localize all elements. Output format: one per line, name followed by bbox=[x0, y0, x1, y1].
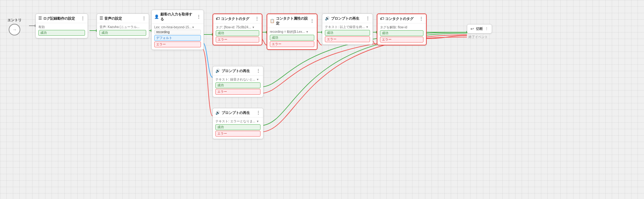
prompt1-dropdown: ▼ bbox=[366, 25, 369, 29]
disconnect-menu-icon[interactable]: ⋮ bbox=[485, 27, 488, 31]
prompt3-header: 🔊 プロンプトの再生 ⋮ bbox=[213, 108, 263, 118]
prompt2-header: 🔊 プロンプトの再生 ⋮ bbox=[213, 66, 263, 76]
disconnect-label: 切断 bbox=[476, 26, 483, 31]
input-node-header: 👤 顧客の入力を取得する ⋮ bbox=[152, 10, 204, 24]
prompt3-icon: 🔊 bbox=[215, 110, 220, 115]
tag2-error-port: エラー bbox=[380, 37, 423, 43]
contact-tag2-body: タグを解除: flow-id 成功 エラー bbox=[377, 24, 426, 45]
attr-error-port: エラー bbox=[270, 41, 314, 47]
end-event-label: 終了イベント bbox=[469, 35, 488, 39]
prompt2-error-label: エラー bbox=[215, 89, 260, 95]
tag2-sublabel: タグを解除: flow-id bbox=[380, 25, 423, 30]
prompt3-node: 🔊 プロンプトの再生 ⋮ テキスト: エラーとなりま... ▼ 成功 エラー bbox=[213, 108, 263, 139]
prompt1-node: 🔊 プロンプトの再生 ⋮ テキスト: 以上で録音を終... ▼ 成功 エラー bbox=[322, 14, 373, 45]
log-node: ☰ ログ記録動作の設定 ⋮ 有効 成功 bbox=[35, 14, 88, 38]
tag1-icon: 🏷 bbox=[216, 16, 220, 21]
prompt2-title: プロンプトの再生 bbox=[222, 69, 255, 73]
prompt2-sublabel: テキスト: 録音されないと... ▼ bbox=[215, 77, 260, 82]
log-node-body: 有効 成功 bbox=[36, 23, 88, 38]
attr-sub-text: recording = 動的[$.Lex... bbox=[270, 30, 305, 33]
prompt2-success-label: 成功 bbox=[215, 82, 260, 88]
prompt3-error-port: エラー bbox=[215, 131, 260, 137]
input-recording-label: recording bbox=[154, 30, 201, 34]
prompt2-sub-text: テキスト: 録音されないと... bbox=[215, 78, 255, 81]
input-default-port: デフォルト bbox=[154, 35, 201, 41]
input-node-body: Lex: cm-hirai-beyond-15...▼ recording デフ… bbox=[152, 24, 204, 50]
log-node-header: ☰ ログ記録動作の設定 ⋮ bbox=[36, 14, 88, 23]
input-menu-icon[interactable]: ⋮ bbox=[196, 14, 201, 19]
tag1-sub-text: タグ: [flow-id: 75c8b24... bbox=[216, 25, 251, 29]
contact-tag1-node: 🏷 コンタクトのタグ ⋮ タグ: [flow-id: 75c8b24... ▼ … bbox=[213, 14, 262, 45]
prompt3-dropdown: ▼ bbox=[256, 120, 259, 123]
contact-attr-header: 📋 コンタクト属性の設定 ⋮ bbox=[267, 14, 317, 28]
flow-canvas: エントリ → ☰ ログ記録動作の設定 ⋮ 有効 成功 ☰ 音声の設定 ⋮ 音声:… bbox=[0, 0, 644, 199]
input-error-port: エラー bbox=[154, 42, 201, 47]
log-node-title: ログ記録動作の設定 bbox=[43, 16, 79, 21]
prompt1-title: プロンプトの再生 bbox=[331, 16, 364, 21]
log-icon: ☰ bbox=[38, 16, 42, 21]
tag2-error-label: エラー bbox=[380, 37, 423, 43]
input-sublabel: Lex: cm-hirai-beyond-15...▼ bbox=[154, 25, 201, 29]
tag2-success-port: 成功 bbox=[380, 30, 423, 36]
attr-sublabel: recording = 動的[$.Lex... ▼ bbox=[270, 30, 314, 34]
prompt2-dropdown: ▼ bbox=[256, 78, 259, 81]
input-node-title: 顧客の入力を取得する bbox=[160, 12, 195, 22]
contact-tag2-node: 🏷 コンタクトのタグ ⋮ タグを解除: flow-id 成功 エラー bbox=[377, 14, 427, 45]
input-error-label: エラー bbox=[154, 42, 201, 47]
tag1-menu-icon[interactable]: ⋮ bbox=[255, 16, 259, 21]
prompt3-body: テキスト: エラーとなりま... ▼ 成功 エラー bbox=[213, 118, 263, 139]
contact-attr-body: recording = 動的[$.Lex... ▼ 成功 エラー bbox=[267, 28, 317, 49]
disconnect-icon: ↩ bbox=[470, 26, 474, 31]
prompt3-success-label: 成功 bbox=[215, 124, 260, 130]
voice-node: ☰ 音声の設定 ⋮ 音声: Kazuha (ニューラル... 成功 bbox=[97, 14, 149, 38]
voice-node-title: 音声の設定 bbox=[104, 16, 140, 21]
tag1-dropdown: ▼ bbox=[252, 26, 255, 29]
tag1-success-label: 成功 bbox=[216, 30, 259, 36]
log-success-port: 成功 bbox=[38, 30, 85, 36]
prompt3-success-port: 成功 bbox=[215, 124, 260, 130]
attr-success-port: 成功 bbox=[270, 35, 314, 41]
tag1-success-port: 成功 bbox=[216, 30, 259, 36]
prompt2-icon: 🔊 bbox=[215, 69, 220, 73]
prompt1-error-label: エラー bbox=[325, 36, 370, 42]
prompt2-body: テキスト: 録音されないと... ▼ 成功 エラー bbox=[213, 76, 263, 97]
log-menu-icon[interactable]: ⋮ bbox=[80, 16, 85, 21]
prompt1-sublabel: テキスト: 以上で録音を終... ▼ bbox=[325, 25, 370, 29]
tag2-menu-icon[interactable]: ⋮ bbox=[419, 16, 423, 21]
voice-sublabel: 音声: Kazuha (ニューラル... bbox=[99, 25, 146, 29]
prompt3-sub-text: テキスト: エラーとなりま... bbox=[215, 119, 255, 123]
voice-success-port: 成功 bbox=[99, 30, 146, 36]
prompt2-node: 🔊 プロンプトの再生 ⋮ テキスト: 録音されないと... ▼ 成功 エラー bbox=[213, 66, 263, 97]
prompt1-header: 🔊 プロンプトの再生 ⋮ bbox=[322, 14, 373, 23]
entry-node: エントリ → bbox=[3, 18, 26, 35]
disconnect-node: ↩ 切断 ⋮ bbox=[467, 24, 492, 33]
contact-attr-node: 📋 コンタクト属性の設定 ⋮ recording = 動的[$.Lex... ▼… bbox=[267, 14, 317, 50]
tag1-sublabel: タグ: [flow-id: 75c8b24... ▼ bbox=[216, 25, 259, 30]
attr-dropdown: ▼ bbox=[306, 30, 308, 33]
attr-error-label: エラー bbox=[270, 41, 314, 47]
voice-icon: ☰ bbox=[99, 16, 103, 21]
prompt2-menu-icon[interactable]: ⋮ bbox=[256, 68, 260, 73]
contact-attr-title: コンタクト属性の設定 bbox=[276, 16, 308, 26]
input-default-label: デフォルト bbox=[154, 35, 201, 41]
prompt1-menu-icon[interactable]: ⋮ bbox=[365, 16, 370, 21]
prompt3-title: プロンプトの再生 bbox=[222, 110, 255, 115]
contact-tag1-body: タグ: [flow-id: 75c8b24... ▼ 成功 エラー bbox=[213, 24, 262, 45]
prompt1-body: テキスト: 以上で録音を終... ▼ 成功 エラー bbox=[322, 23, 373, 44]
voice-node-header: ☰ 音声の設定 ⋮ bbox=[97, 14, 149, 23]
attr-icon: 📋 bbox=[270, 19, 275, 23]
prompt1-icon: 🔊 bbox=[325, 16, 330, 21]
contact-tag2-title: コンタクトのタグ bbox=[385, 16, 418, 21]
log-sublabel: 有効 bbox=[38, 25, 85, 29]
tag1-error-label: エラー bbox=[216, 37, 259, 43]
voice-node-body: 音声: Kazuha (ニューラル... 成功 bbox=[97, 23, 149, 38]
voice-success-label: 成功 bbox=[99, 30, 146, 36]
input-node: 👤 顧客の入力を取得する ⋮ Lex: cm-hirai-beyond-15..… bbox=[151, 10, 204, 50]
attr-menu-icon[interactable]: ⋮ bbox=[310, 18, 314, 24]
input-recording-port: recording bbox=[154, 30, 201, 34]
voice-menu-icon[interactable]: ⋮ bbox=[142, 16, 146, 21]
prompt3-menu-icon[interactable]: ⋮ bbox=[256, 110, 260, 115]
prompt1-success-port: 成功 bbox=[325, 30, 370, 36]
tag2-icon: 🏷 bbox=[380, 16, 384, 21]
prompt3-error-label: エラー bbox=[215, 131, 260, 137]
